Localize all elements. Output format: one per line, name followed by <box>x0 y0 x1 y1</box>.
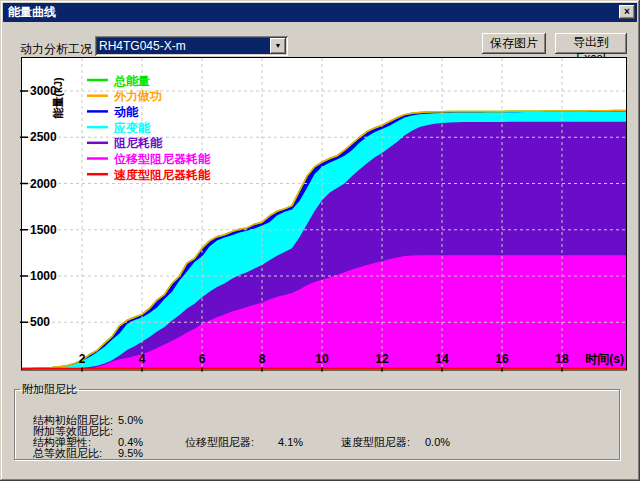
velocity-damper-value: 0.0% <box>425 437 450 448</box>
displacement-damper-label: 位移型阻尼器: <box>185 437 254 448</box>
x-axis-label: 时间(s) <box>585 352 624 366</box>
close-button[interactable]: × <box>619 5 635 19</box>
x-tick-label: 4 <box>139 352 146 366</box>
y-axis-label: 能量(kJ) <box>52 77 64 119</box>
total-damping-value: 9.5% <box>118 448 143 459</box>
window-title: 能量曲线 <box>8 5 56 19</box>
displacement-damper-value: 4.1% <box>278 437 303 448</box>
legend-label-总能量: 总能量 <box>113 74 150 88</box>
energy-curve-window: 能量曲线 × 动力分析工况 RH4TG045-X-m ▼ 保存图片 导出到Exc… <box>0 0 640 481</box>
x-tick-label: 14 <box>435 352 449 366</box>
total-damping-label: 总等效阻尼比: <box>33 448 102 459</box>
initial-damping-value: 5.0% <box>118 415 143 426</box>
y-tick-label: 2500 <box>30 130 57 144</box>
legend-label-位移型阻尼器耗能: 位移型阻尼器耗能 <box>113 152 211 166</box>
velocity-damper-label: 速度型阻尼器: <box>341 437 410 448</box>
x-tick-label: 10 <box>315 352 329 366</box>
x-tick-label: 16 <box>495 352 509 366</box>
legend-label-速度型阻尼器耗能: 速度型阻尼器耗能 <box>113 168 211 182</box>
x-tick-label: 18 <box>555 352 569 366</box>
y-tick-label: 500 <box>30 315 50 329</box>
x-tick-label: 6 <box>199 352 206 366</box>
case-select[interactable]: RH4TG045-X-m ▼ <box>95 36 288 56</box>
y-tick-label: 2000 <box>30 177 57 191</box>
case-selected-value: RH4TG045-X-m <box>97 38 270 54</box>
titlebar: 能量曲线 × <box>3 3 637 22</box>
damping-panel: 附加阻尼比 结构初始阻尼比: 5.0% 附加等效阻尼比: 结构弹塑性: 0.4%… <box>14 382 620 460</box>
y-tick-label: 1000 <box>30 269 57 283</box>
x-tick-label: 8 <box>259 352 266 366</box>
legend-label-外力做功: 外力做功 <box>113 89 162 103</box>
damping-panel-title: 附加阻尼比 <box>20 382 79 397</box>
x-tick-label: 12 <box>375 352 389 366</box>
y-tick-label: 1500 <box>30 223 57 237</box>
close-icon: × <box>624 6 630 17</box>
save-image-button[interactable]: 保存图片 <box>482 33 546 54</box>
export-excel-button[interactable]: 导出到Excel <box>555 33 627 54</box>
legend-label-阻尼耗能: 阻尼耗能 <box>114 136 163 150</box>
legend-label-应变能: 应变能 <box>113 121 151 135</box>
x-tick-label: 2 <box>79 352 86 366</box>
legend-label-动能: 动能 <box>114 105 139 119</box>
energy-chart-svg: 5001000150020002500300024681012141618时间(… <box>20 56 630 372</box>
energy-chart: 5001000150020002500300024681012141618时间(… <box>20 56 630 372</box>
chevron-down-icon[interactable]: ▼ <box>270 38 286 54</box>
